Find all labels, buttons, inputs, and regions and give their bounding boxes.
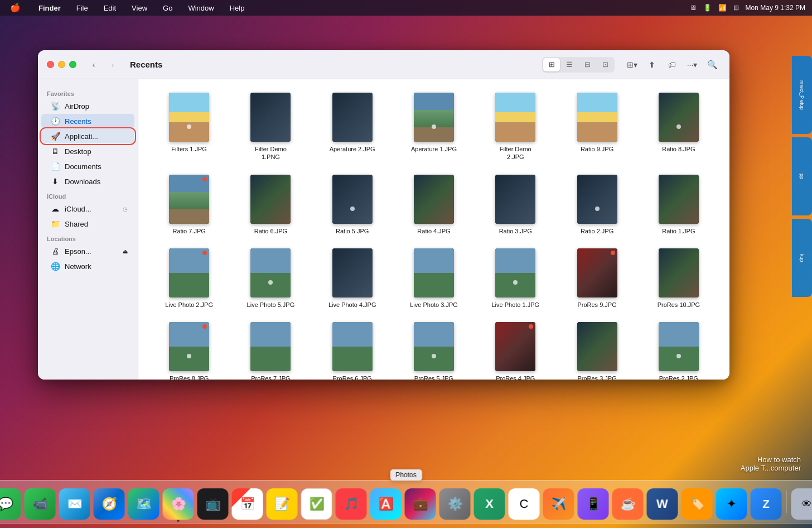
file-name-4: Filter Demo 2.JPG (490, 145, 540, 161)
search-button[interactable]: 🔍 (704, 57, 721, 72)
dock-chrome[interactable]: C (509, 488, 540, 520)
maximize-button[interactable] (69, 61, 76, 68)
file-item-5[interactable]: Ratio 9.JPG (557, 88, 636, 166)
back-button[interactable]: ‹ (85, 57, 102, 72)
file-item-27[interactable]: ProRes 2.JPG (639, 318, 718, 380)
dock-airmail[interactable]: ✈️ (543, 488, 574, 520)
group-view-button[interactable]: ⊞▾ (624, 57, 640, 72)
menubar-app-name[interactable]: Finder (35, 3, 64, 13)
file-thumb-7 (169, 175, 209, 224)
sidebar-item-recents[interactable]: 🕐 Recents (41, 114, 134, 128)
share-button[interactable]: ⬆ (644, 57, 660, 72)
dock-excel[interactable]: X (474, 488, 505, 520)
file-item-16[interactable]: Live Photo 4.JPG (313, 244, 392, 313)
sidebar-item-airdrop[interactable]: 📡 AirDrop (41, 99, 134, 113)
sidebar-item-desktop[interactable]: 🖥 Desktop (41, 144, 134, 159)
dock-notes[interactable]: 📝 (267, 488, 298, 520)
dock-reminders[interactable]: ✅ (301, 488, 332, 520)
file-item-23[interactable]: ProRes 6.JPG (313, 318, 392, 380)
file-item-14[interactable]: Live Photo 2.JPG (149, 244, 229, 313)
tags-button[interactable]: 🏷 (664, 57, 680, 72)
file-thumb-14 (169, 248, 209, 297)
dock: Photos ⊞ 💬 📹 ✉️ 🧭 🗺️ 🌸 📺 📅 📝 ✅ 🎵 🅰️ 💼 ⚙️… (0, 480, 812, 524)
menubar-window[interactable]: Window (185, 3, 217, 13)
view-gallery-button[interactable]: ⊡ (597, 58, 613, 71)
menubar-edit[interactable]: Edit (100, 3, 119, 13)
file-item-13[interactable]: Ratio 1.JPG (639, 170, 718, 239)
file-item-11[interactable]: Ratio 3.JPG (476, 170, 555, 239)
menubar-help[interactable]: Help (226, 3, 248, 13)
right-panel-2[interactable]: pp (792, 137, 812, 215)
sidebar-item-network[interactable]: 🌐 Network (41, 259, 134, 273)
right-panel-3[interactable]: kup (792, 219, 812, 297)
dock-safari[interactable]: 🧭 (94, 488, 125, 520)
file-thumb-24 (414, 322, 454, 371)
menubar-datetime: Mon May 9 1:32 PM (746, 4, 805, 12)
dock-appstore[interactable]: 🅰️ (370, 488, 402, 520)
file-item-3[interactable]: Aperature 1.JPG (394, 88, 473, 166)
dock-slack[interactable]: 💼 (405, 488, 436, 520)
menubar-controlcenter-icon[interactable]: ⊟ (733, 4, 739, 12)
forward-button[interactable]: › (104, 57, 121, 72)
file-item-12[interactable]: Ratio 2.JPG (557, 170, 636, 239)
file-item-22[interactable]: ProRes 7.JPG (231, 318, 310, 380)
sidebar-item-downloads[interactable]: ⬇ Downloads (41, 174, 134, 189)
minimize-button[interactable] (58, 61, 65, 68)
file-item-2[interactable]: Aperature 2.JPG (313, 88, 392, 166)
file-item-20[interactable]: ProRes 10.JPG (639, 244, 718, 313)
dock-amphetamine[interactable]: ☕ (612, 488, 644, 520)
finder-window: ‹ › Recents ⊞ ☰ ⊟ ⊡ ⊞▾ ⬆ 🏷 ···▾ 🔍 Favori… (38, 50, 729, 380)
dock-bezel[interactable]: 📱 (578, 488, 609, 520)
menubar-view[interactable]: View (128, 3, 151, 13)
right-panel-1[interactable]: nnect_P etup (792, 56, 812, 134)
file-item-4[interactable]: Filter Demo 2.JPG (476, 88, 555, 166)
file-item-7[interactable]: Ratio 7.JPG (149, 170, 229, 239)
dock-appletv[interactable]: 📺 (197, 488, 229, 520)
file-item-6[interactable]: Ratio 8.JPG (639, 88, 718, 166)
file-item-25[interactable]: ProRes 4.JPG (476, 318, 555, 380)
sidebar-item-icloud[interactable]: ☁ iCloud... ◷ (41, 201, 134, 216)
dock-north[interactable]: ✦ (716, 488, 747, 520)
file-item-24[interactable]: ProRes 5.JPG (394, 318, 473, 380)
dock-preview-first[interactable]: 👁 (791, 488, 813, 520)
file-name-20: ProRes 10.JPG (658, 301, 700, 309)
menubar-wifi-icon: 📶 (718, 4, 727, 12)
file-item-26[interactable]: ProRes 3.JPG (557, 318, 636, 380)
file-item-18[interactable]: Live Photo 1.JPG (476, 244, 555, 313)
file-item-10[interactable]: Ratio 4.JPG (394, 170, 473, 239)
apple-menu[interactable]: 🍎 (7, 2, 24, 14)
file-item-19[interactable]: ProRes 9.JPG (557, 244, 636, 313)
view-list-button[interactable]: ☰ (561, 58, 578, 71)
file-item-15[interactable]: Live Photo 5.JPG (231, 244, 310, 313)
dock-zoom[interactable]: Z (751, 488, 782, 520)
sidebar-item-applications[interactable]: 🚀 Applicati... (41, 129, 134, 143)
thumb-red-dot-14 (202, 251, 207, 255)
file-item-21[interactable]: ProRes 8.JPG (149, 318, 229, 380)
sidebar-item-shared[interactable]: 📁 Shared (41, 217, 134, 231)
sidebar-item-epson[interactable]: 🖨 Epson... ⏏ (41, 244, 134, 258)
view-column-button[interactable]: ⊟ (579, 58, 596, 71)
dock-calendar[interactable]: 📅 (232, 488, 263, 520)
more-button[interactable]: ···▾ (684, 57, 700, 72)
dock-maps[interactable]: 🗺️ (128, 488, 160, 520)
close-button[interactable] (47, 61, 54, 68)
dock-systemprefs[interactable]: ⚙️ (439, 488, 471, 520)
file-item-17[interactable]: Live Photo 3.JPG (394, 244, 473, 313)
file-item-8[interactable]: Ratio 6.JPG (231, 170, 310, 239)
file-item-1[interactable]: Filter Demo 1.PNG (231, 88, 310, 166)
dock-pricetag[interactable]: 🏷️ (682, 488, 713, 520)
sidebar-recents-label: Recents (65, 117, 91, 126)
file-item-9[interactable]: Ratio 5.JPG (313, 170, 392, 239)
view-grid-button[interactable]: ⊞ (543, 58, 560, 71)
file-name-27: ProRes 2.JPG (659, 375, 698, 380)
dock-photos[interactable]: 🌸 (163, 488, 194, 520)
dock-facetime[interactable]: 📹 (25, 488, 56, 520)
dock-mail[interactable]: ✉️ (59, 488, 90, 520)
file-item-0[interactable]: Filters 1.JPG (149, 88, 229, 166)
sidebar-item-documents[interactable]: 📄 Documents (41, 159, 134, 174)
dock-word[interactable]: W (647, 488, 678, 520)
dock-messages[interactable]: 💬 (0, 488, 21, 520)
menubar-go[interactable]: Go (160, 3, 176, 13)
menubar-file[interactable]: File (73, 3, 91, 13)
dock-music[interactable]: 🎵 (336, 488, 367, 520)
